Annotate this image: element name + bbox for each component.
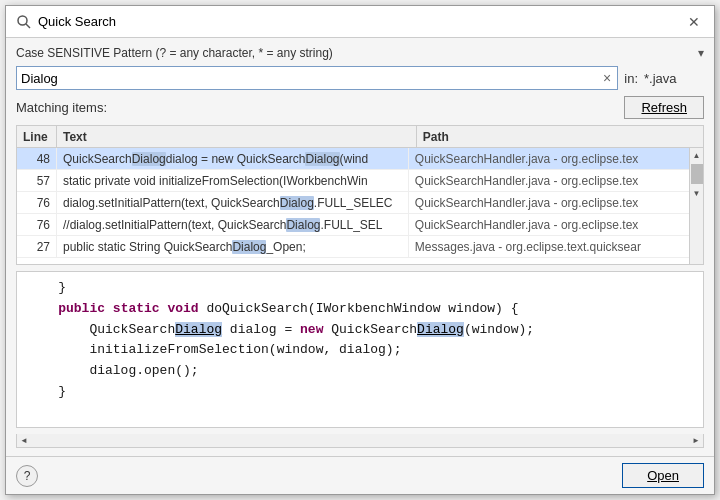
- svg-line-1: [26, 24, 30, 28]
- help-button[interactable]: ?: [16, 465, 38, 487]
- cell-path: QuickSearchHandler.java - org.eclipse.te…: [409, 170, 675, 191]
- col-header-path: Path: [417, 126, 689, 147]
- footer: ? Open: [6, 456, 714, 494]
- search-row: × in: *.java: [16, 66, 704, 90]
- table-row[interactable]: 27 public static String QuickSearchDialo…: [17, 236, 689, 258]
- h-scroll-right-button[interactable]: ►: [689, 434, 703, 448]
- cell-text: dialog.setInitialPattern(text, QuickSear…: [57, 192, 409, 213]
- h-scroll-left-button[interactable]: ◄: [17, 434, 31, 448]
- code-preview: } public static void doQuickSearch(IWork…: [16, 271, 704, 428]
- scroll-down-button[interactable]: ▼: [690, 186, 704, 200]
- search-icon: [16, 14, 32, 30]
- cell-text: QuickSearchDialog dialog = new QuickSear…: [57, 148, 409, 169]
- quick-search-dialog: Quick Search ✕ Case SENSITIVE Pattern (?…: [5, 5, 715, 495]
- table-row[interactable]: 76 //dialog.setInitialPattern(text, Quic…: [17, 214, 689, 236]
- clear-button[interactable]: ×: [601, 71, 613, 85]
- code-line: }: [27, 278, 693, 299]
- search-input-wrapper: ×: [16, 66, 618, 90]
- cell-path: QuickSearchHandler.java - org.eclipse.te…: [409, 214, 675, 235]
- results-table: Line Text Path 48 QuickSearchDialog dial…: [16, 125, 704, 265]
- refresh-button[interactable]: Refresh: [624, 96, 704, 119]
- table-row[interactable]: 48 QuickSearchDialog dialog = new QuickS…: [17, 148, 689, 170]
- cell-line: 76: [17, 192, 57, 213]
- table-row[interactable]: 76 dialog.setInitialPattern(text, QuickS…: [17, 192, 689, 214]
- code-line: QuickSearchDialog dialog = new QuickSear…: [27, 320, 693, 341]
- vertical-scrollbar[interactable]: ▲ ▼: [689, 148, 703, 264]
- cell-path: QuickSearchHandler.java - org.eclipse.te…: [409, 148, 675, 169]
- close-button[interactable]: ✕: [684, 12, 704, 32]
- table-row[interactable]: 57 static private void initializeFromSel…: [17, 170, 689, 192]
- code-line: dialog.open();: [27, 361, 693, 382]
- in-label: in:: [624, 71, 638, 86]
- cell-line: 27: [17, 236, 57, 257]
- scroll-up-button[interactable]: ▲: [690, 148, 704, 162]
- horizontal-scrollbar[interactable]: ◄ ►: [16, 434, 704, 448]
- code-line: initializeFromSelection(window, dialog);: [27, 340, 693, 361]
- search-input[interactable]: [21, 71, 601, 86]
- title-bar-left: Quick Search: [16, 14, 116, 30]
- cell-path: QuickSearchHandler.java - org.eclipse.te…: [409, 192, 675, 213]
- title-text: Quick Search: [38, 14, 116, 29]
- table-header: Line Text Path: [17, 126, 703, 148]
- table-body: 48 QuickSearchDialog dialog = new QuickS…: [17, 148, 689, 264]
- content-area: Case SENSITIVE Pattern (? = any characte…: [6, 38, 714, 456]
- col-header-text: Text: [57, 126, 417, 147]
- cell-text: //dialog.setInitialPattern(text, QuickSe…: [57, 214, 409, 235]
- cell-text: static private void initializeFromSelect…: [57, 170, 409, 191]
- cell-line: 76: [17, 214, 57, 235]
- pattern-dropdown-arrow[interactable]: ▾: [698, 46, 704, 60]
- svg-point-0: [18, 16, 27, 25]
- code-line: }: [27, 382, 693, 403]
- cell-text: public static String QuickSearchDialog_O…: [57, 236, 409, 257]
- scroll-thumb[interactable]: [691, 164, 703, 184]
- title-bar: Quick Search ✕: [6, 6, 714, 38]
- h-scroll-track: [31, 434, 689, 447]
- code-line: public static void doQuickSearch(IWorkbe…: [27, 299, 693, 320]
- pattern-label: Case SENSITIVE Pattern (? = any characte…: [16, 46, 333, 60]
- cell-line: 57: [17, 170, 57, 191]
- matching-row: Matching items: Refresh: [16, 96, 704, 119]
- pattern-row: Case SENSITIVE Pattern (? = any characte…: [16, 46, 704, 60]
- col-header-line: Line: [17, 126, 57, 147]
- in-value: *.java: [644, 71, 704, 86]
- open-button[interactable]: Open: [622, 463, 704, 488]
- matching-label: Matching items:: [16, 100, 107, 115]
- cell-path: Messages.java - org.eclipse.text.quickse…: [409, 236, 675, 257]
- cell-line: 48: [17, 148, 57, 169]
